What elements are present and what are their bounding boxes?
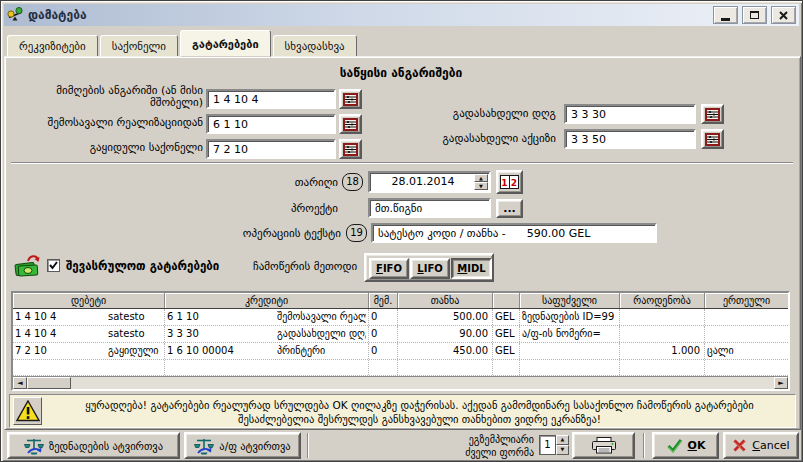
perform-transactions-checkbox[interactable] (47, 259, 60, 272)
receiver-account-value: 1 4 10 4 (213, 93, 258, 106)
cell-empty (520, 360, 620, 375)
tab-miscellaneous[interactable]: სხვადასხვა (273, 35, 357, 57)
income-account-label: შემოსავალი რეალიზაციიდან (29, 117, 203, 129)
title-bar[interactable]: დამატება (4, 4, 799, 26)
cell-amount: 450.00 (398, 343, 493, 359)
midl-label: MIDL (457, 263, 485, 274)
ok-label: OK (688, 439, 706, 452)
copies-spin-up-button[interactable]: ▲ (556, 435, 569, 445)
table-row[interactable]: 1 4 10 4satesto 3 3 30გადასახდელი დღგ 0 … (13, 326, 788, 343)
debit-name: satesto (108, 309, 162, 325)
header-quantity: რაოდენობა (620, 293, 705, 308)
lifo-button[interactable]: LIFO (410, 258, 450, 279)
cell-quantity (620, 326, 705, 342)
cancel-button[interactable]: Cancel (723, 432, 799, 459)
date-field[interactable]: 28.01.2014 ▲ ▼ (368, 171, 491, 193)
upload-invoice-button[interactable]: ა/ფ ატვირთვა (184, 432, 301, 459)
date-spin-down-button[interactable]: ▼ (474, 182, 488, 190)
maximize-button[interactable] (742, 6, 767, 24)
table-row[interactable]: 1 4 10 4satesto 6 1 10შემოსავალი რეალიზა… (13, 309, 788, 326)
grid-horizontal-scrollbar[interactable]: ◄ ► (13, 376, 788, 389)
project-browse-button[interactable]: ... (496, 199, 523, 218)
date-value: 28.01.2014 (392, 175, 455, 188)
debit-name: satesto (108, 326, 162, 342)
vat-account-picker-button[interactable] (701, 104, 724, 124)
fifo-button[interactable]: FIFO (369, 258, 409, 279)
cell-quantity (620, 309, 705, 325)
cell-credit: 3 3 30გადასახდელი დღგ (165, 326, 369, 342)
scales-upload-icon (24, 436, 44, 455)
writeoff-method-panel: FIFO LIFO MIDL (364, 253, 494, 282)
perform-transactions-label: შევასრულოთ გატარებები (66, 260, 219, 272)
sold-goods-account-field[interactable]: 7 2 10 (206, 139, 336, 159)
upload-invoice-label: ა/ფ ატვირთვა (219, 440, 290, 452)
table-row[interactable]: 7 2 10გაყიდული საქონელი 1 6 10 00004პრინ… (13, 343, 788, 360)
cell-currency: GEL (493, 326, 520, 342)
transactions-grid: დებეტი კრედიტი მემ. თანხა საფუძველი რაოდ… (11, 291, 790, 391)
header-debit: დებეტი (13, 293, 165, 308)
operation-text-number-badge: 19 (346, 224, 367, 242)
group-title-initial-accounts: საწყისი ანგარიშები (301, 67, 501, 79)
tab-goods[interactable]: საქონელი (100, 35, 178, 57)
tab-strip: რეკვიზიტები საქონელი გატარებები სხვადასხ… (7, 30, 359, 57)
scales-upload-icon (194, 436, 214, 455)
upload-waybill-button[interactable]: ზედნადების ატვირთვა (7, 432, 180, 459)
cell-empty (165, 360, 369, 375)
check-icon (666, 438, 683, 453)
printer-icon (591, 437, 617, 454)
header-credit: კრედიტი (165, 293, 369, 308)
scroll-right-button[interactable]: ► (774, 377, 788, 389)
cell-debit: 1 4 10 4satesto (13, 326, 165, 342)
scrollbar-thumb[interactable] (27, 377, 71, 389)
abacus-icon (705, 108, 720, 121)
copies-count-value: 1 (544, 439, 550, 450)
income-account-field[interactable]: 6 1 10 (206, 114, 336, 134)
scrollbar-track[interactable] (71, 377, 774, 389)
income-account-picker-button[interactable] (339, 114, 362, 134)
copies-spin-down-button[interactable]: ▼ (556, 445, 569, 455)
calendar-button[interactable]: 1 2 (496, 170, 523, 194)
cell-credit: 6 1 10შემოსავალი რეალიზაციიდან (165, 309, 369, 325)
excise-account-picker-button[interactable] (701, 129, 724, 149)
tab-requisites[interactable]: რეკვიზიტები (7, 35, 98, 57)
project-field[interactable]: მთ.წიგნი (368, 198, 491, 218)
sold-goods-account-value: 7 2 10 (213, 143, 248, 156)
minimize-button[interactable] (713, 6, 738, 24)
cell-debit: 1 4 10 4satesto (13, 309, 165, 325)
operation-text-field[interactable]: სატესტო კოდი / თანხა - 590.00 GEL (371, 223, 657, 243)
receiver-account-field[interactable]: 1 4 10 4 (206, 89, 336, 109)
close-button[interactable] (771, 6, 796, 24)
money-transfer-icon (14, 252, 41, 281)
calendar-icon: 1 2 (500, 174, 519, 190)
cell-basis (520, 343, 620, 359)
tab-label: რეკვიზიტები (19, 40, 86, 53)
cell-mem: 0 (369, 343, 398, 359)
date-spin-up-button[interactable]: ▲ (474, 174, 488, 182)
cell-unit (705, 309, 788, 325)
dialog-window: დამატება რეკვიზიტები საქონელი გატარებები… (0, 0, 803, 462)
receiver-account-picker-button[interactable] (339, 89, 362, 109)
operation-text-label: ოპერაციის ტექსტი (229, 228, 341, 240)
scales-app-icon (7, 6, 23, 25)
sold-goods-account-picker-button[interactable] (339, 139, 362, 159)
tab-transactions[interactable]: გატარებები (180, 30, 271, 57)
copies-count-field[interactable]: 1 (539, 435, 556, 455)
vat-account-value: 3 3 30 (571, 108, 606, 121)
vat-account-field[interactable]: 3 3 30 (564, 104, 696, 124)
excise-account-value: 3 3 50 (571, 133, 606, 146)
print-button[interactable] (572, 432, 635, 459)
warning-icon-box (13, 397, 42, 425)
cell-basis: ზედნადების ID=99 (520, 309, 620, 325)
header-unit: ერთეული (705, 293, 788, 308)
excise-account-field[interactable]: 3 3 50 (564, 129, 696, 149)
midl-button[interactable]: MIDL (451, 258, 492, 279)
date-label: თარიღი (246, 177, 338, 189)
cell-empty (13, 360, 165, 375)
warning-line-2: შესაძლებელია შესრულდეს განსხვავებული თან… (48, 412, 791, 426)
scroll-left-button[interactable]: ◄ (13, 377, 27, 389)
warning-triangle-icon (16, 400, 40, 422)
date-spinner: ▲ ▼ (474, 174, 488, 190)
writeoff-method-label: ჩამოწერის მეთოდი (253, 261, 357, 273)
cell-empty (398, 360, 493, 375)
ok-button[interactable]: OK (652, 432, 719, 459)
